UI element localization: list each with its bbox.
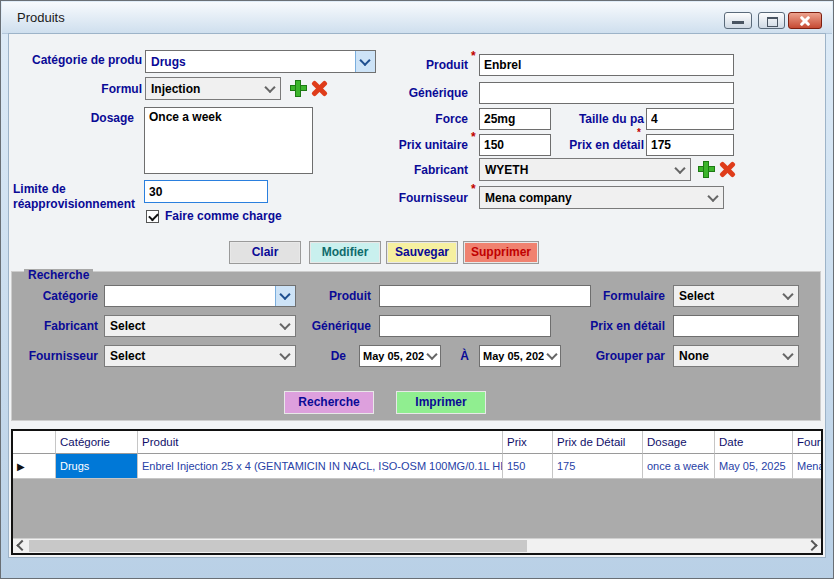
search-generic-input[interactable] [379,315,551,337]
product-input[interactable] [479,54,734,76]
titlebar[interactable]: Produits [2,2,832,34]
formula-label: Formul [1,82,142,96]
row-arrow-icon: ▶ [17,461,25,472]
date-from-label: De [306,349,346,363]
delete-formula-icon[interactable] [311,80,328,97]
scroll-right-icon[interactable] [805,539,821,553]
strength-label: Force [331,112,468,126]
add-manufacturer-icon[interactable] [698,161,715,178]
chevron-down-icon [704,187,723,208]
grid-header-produit[interactable]: Produit [138,431,503,454]
chevron-down-icon [779,286,798,306]
table-row[interactable]: ▶ Drugs Enbrel Injection 25 x 4 (GENTAMI… [13,454,821,479]
date-to-select[interactable]: May 05, 2025 [479,345,561,367]
grid-header-categorie[interactable]: Catégorie [56,431,138,454]
scrollbar-thumb[interactable] [29,540,527,552]
chevron-down-icon [261,78,280,99]
search-legend: Recherche [24,269,93,281]
manufacturer-label: Fabricant [331,163,468,177]
print-button[interactable]: Imprimer [396,391,486,414]
row-selector-cell[interactable]: ▶ [13,454,56,479]
cell-date[interactable]: May 05, 2025 [715,454,793,479]
retail-price-label: Prix en détail [521,138,644,152]
search-retail-price-label: Prix en détail [565,319,665,333]
chevron-down-icon [425,346,440,366]
grid-header-fournisseur[interactable]: Fournisseur [793,431,821,454]
search-button[interactable]: Recherche [284,391,374,414]
chevron-down-icon [671,159,690,180]
cell-categorie[interactable]: Drugs [56,454,138,479]
required-marker: * [471,182,476,196]
search-manufacturer-select[interactable]: Select [104,315,296,337]
category-label: Catégorie de produ [1,53,142,67]
search-retail-price-input[interactable] [673,315,799,337]
grid-header-row: Catégorie Produit Prix Prix de Détail Do… [13,431,821,454]
generic-label: Générique [331,86,468,100]
chevron-down-icon[interactable] [275,286,295,306]
modify-button[interactable]: Modifier [309,241,381,264]
results-grid: Catégorie Produit Prix Prix de Détail Do… [11,429,823,555]
reorder-limit-input[interactable] [144,180,268,203]
cell-dosage[interactable]: once a week [643,454,715,479]
supplier-select[interactable]: Mena company [479,186,724,209]
window-title: Produits [17,10,65,25]
horizontal-scrollbar[interactable] [13,538,821,553]
retail-price-input[interactable] [646,134,734,156]
search-supplier-select[interactable]: Select [104,345,296,367]
grid-header-prix[interactable]: Prix [503,431,553,454]
dosage-label: Dosage [1,111,134,125]
close-button[interactable] [788,12,822,29]
group-by-label: Grouper par [565,349,665,363]
search-product-input[interactable] [379,285,591,307]
charge-checkbox-label: Faire comme charge [165,209,282,223]
product-label: Produit [331,58,468,72]
cell-prix[interactable]: 150 [503,454,553,479]
generic-input[interactable] [479,82,734,104]
supplier-label: Fournisseur [331,191,468,205]
formula-select[interactable]: Injection [145,77,281,100]
minimize-icon [732,21,744,24]
search-generic-label: Générique [291,319,371,333]
search-formulaire-label: Formulaire [575,289,665,303]
search-formulaire-select[interactable]: Select [673,285,799,307]
delete-button[interactable]: Supprimer [463,241,539,264]
chevron-down-icon [545,346,560,366]
check-icon [148,211,159,222]
search-category-select[interactable] [104,285,296,307]
minimize-button[interactable] [724,12,752,29]
cell-fournisseur[interactable]: Mena company [793,454,821,479]
dosage-textarea[interactable]: Once a week [144,107,313,174]
window: Produits Catégorie de produ Drugs Formul… [0,0,834,579]
maximize-icon [767,17,778,27]
search-category-label: Catégorie [21,289,98,303]
date-from-select[interactable]: May 05, 2025 [359,345,441,367]
pack-size-label: Taille du pa [521,112,644,126]
manufacturer-select[interactable]: WYETH [479,158,691,181]
maximize-button[interactable] [758,12,785,29]
search-product-label: Produit [301,289,371,303]
cell-prix-detail[interactable]: 175 [553,454,643,479]
cell-produit[interactable]: Enbrel Injection 25 x 4 (GENTAMICIN IN N… [138,454,503,479]
date-to-label: À [451,349,469,363]
grid-header-prix-detail[interactable]: Prix de Détail [553,431,643,454]
delete-manufacturer-icon[interactable] [719,161,736,178]
charge-checkbox[interactable] [146,210,159,223]
add-formula-icon[interactable] [290,80,307,97]
group-by-select[interactable]: None [673,345,799,367]
required-marker: * [471,49,476,63]
save-button[interactable]: Sauvegar [386,241,458,264]
unit-price-label: Prix unitaire [331,138,468,152]
chevron-down-icon [276,346,295,366]
clear-button[interactable]: Clair [229,241,301,264]
reorder-limit-label: Limite de réapprovisionnement [13,182,145,212]
pack-size-input[interactable] [646,108,734,130]
required-marker: * [637,127,641,138]
grid-header-date[interactable]: Date [715,431,793,454]
grid-header-selector [13,431,56,454]
chevron-down-icon [779,346,798,366]
search-supplier-label: Fournisseur [21,349,98,363]
scroll-left-icon[interactable] [13,539,29,553]
search-manufacturer-label: Fabricant [21,319,98,333]
grid-header-dosage[interactable]: Dosage [643,431,715,454]
required-marker: * [471,130,476,144]
